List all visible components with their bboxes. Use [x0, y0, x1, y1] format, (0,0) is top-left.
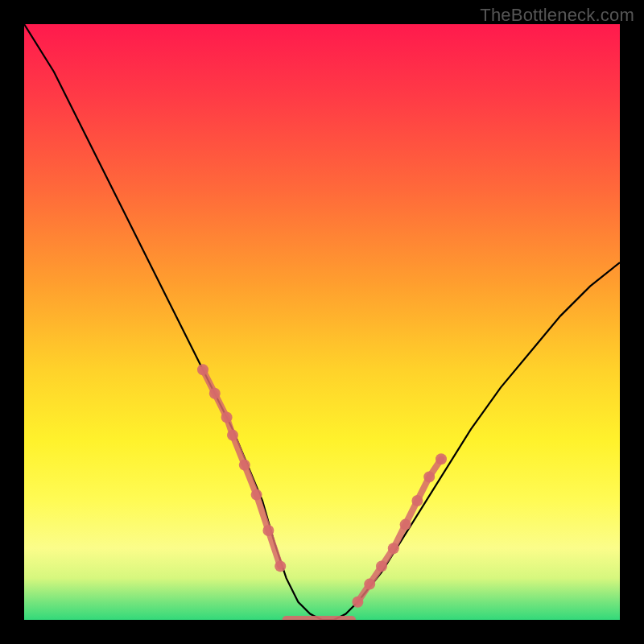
data-point-left — [262, 525, 274, 536]
data-point-right — [364, 579, 375, 590]
main-curve — [24, 24, 620, 620]
data-point-right — [352, 597, 363, 608]
data-point-left — [221, 411, 233, 423]
data-point-right — [376, 560, 387, 572]
bottleneck-curve — [24, 24, 620, 620]
data-point-right — [411, 495, 423, 506]
data-point-right — [423, 471, 435, 482]
data-point-right — [400, 519, 411, 530]
data-point-left — [239, 460, 250, 471]
data-point-left — [209, 388, 221, 399]
data-point-left — [197, 364, 208, 375]
data-point-right — [436, 453, 447, 464]
chart-frame: TheBottleneck.com — [0, 0, 644, 644]
plot-area — [24, 24, 620, 620]
data-point-left — [227, 430, 238, 441]
watermark-text: TheBottleneck.com — [480, 5, 634, 26]
data-point-left — [251, 489, 262, 501]
data-point-left — [275, 560, 286, 572]
data-point-right — [388, 543, 399, 554]
